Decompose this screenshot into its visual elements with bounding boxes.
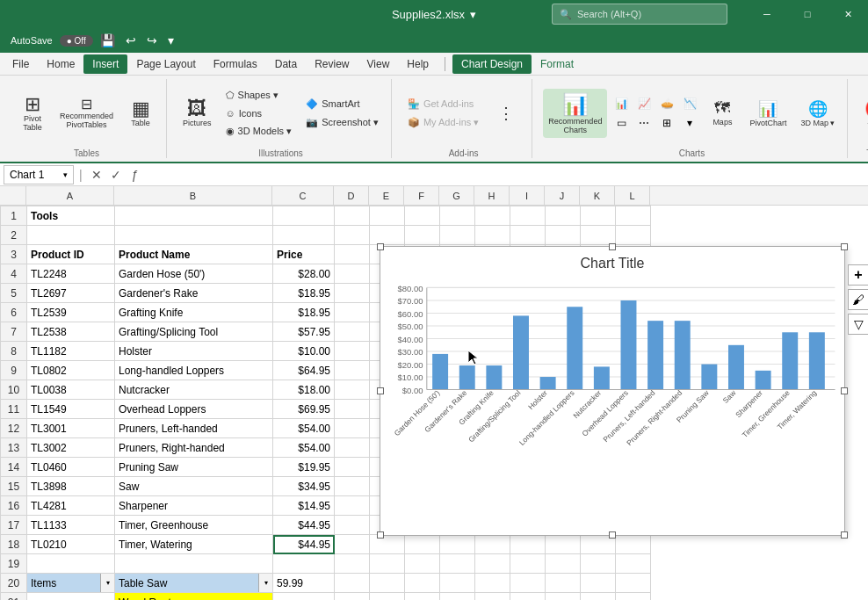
cell-r20-c11[interactable]: [581, 574, 616, 593]
row-header-21[interactable]: 21: [1, 593, 27, 601]
bar-chart-button[interactable]: 📉: [679, 95, 700, 112]
cell-r2-c2[interactable]: [115, 226, 273, 245]
col-header-a[interactable]: A: [26, 186, 114, 206]
col-header-c[interactable]: C: [272, 186, 334, 206]
cell-r2-c10[interactable]: [546, 226, 581, 245]
row-header-11[interactable]: 11: [1, 400, 27, 419]
cell-r21-c1[interactable]: [27, 593, 115, 601]
cell-r18-c10[interactable]: [546, 535, 581, 554]
cell-r15-c1[interactable]: TL3898: [27, 477, 115, 496]
cell-r5-c3[interactable]: $18.95: [273, 284, 335, 303]
more-qa-button[interactable]: ▾: [164, 32, 177, 49]
cell-r8-c1[interactable]: TL1182: [27, 342, 115, 361]
dropdown-arrow[interactable]: ▾: [100, 574, 114, 592]
cell-r1-c7[interactable]: [440, 206, 475, 226]
cell-r19-c11[interactable]: [581, 554, 616, 574]
formula-input[interactable]: [148, 165, 864, 184]
chart-container[interactable]: Chart Title + 🖌 ▽ $0.00$10.00$20.00$30.0…: [380, 246, 845, 536]
cell-r16-c3[interactable]: $14.95: [273, 496, 335, 516]
cell-r15-c4[interactable]: [335, 477, 370, 496]
cell-r20-c3[interactable]: 59.99: [273, 574, 335, 593]
column-chart-button[interactable]: 📊: [611, 95, 632, 112]
cell-r4-c4[interactable]: [335, 264, 370, 284]
confirm-formula-button[interactable]: ✓: [107, 166, 125, 184]
cell-r19-c9[interactable]: [510, 554, 546, 574]
cell-r12-c3[interactable]: $54.00: [273, 419, 335, 438]
cell-r7-c3[interactable]: $57.95: [273, 322, 335, 342]
cell-r3-c1[interactable]: Product ID: [27, 245, 115, 264]
cell-r11-c2[interactable]: Overhead Loppers: [115, 400, 273, 419]
col-header-g[interactable]: G: [439, 186, 474, 206]
cell-r10-c4[interactable]: [335, 380, 370, 400]
cell-r1-c5[interactable]: [370, 206, 405, 226]
row-header-6[interactable]: 6: [1, 303, 27, 322]
col-header-i[interactable]: I: [510, 186, 545, 206]
handle-bl[interactable]: [377, 531, 384, 539]
cell-r18-c6[interactable]: [405, 535, 440, 554]
3d-map-button[interactable]: 🌐 3D Map ▾: [795, 96, 840, 131]
my-addins-button[interactable]: 📦 My Add-ins ▾: [402, 114, 484, 131]
cell-r8-c3[interactable]: $10.00: [273, 342, 335, 361]
cell-r6-c3[interactable]: $18.95: [273, 303, 335, 322]
cell-r2-c7[interactable]: [440, 226, 475, 245]
cell-r20-c6[interactable]: [405, 574, 440, 593]
cell-r20-c9[interactable]: [510, 574, 546, 593]
cell-r1-c1[interactable]: Tools: [27, 206, 115, 226]
cell-r18-c4[interactable]: [335, 535, 370, 554]
row-header-2[interactable]: 2: [1, 226, 27, 245]
cell-r19-c6[interactable]: [405, 554, 440, 574]
handle-br[interactable]: [841, 531, 848, 539]
cell-r13-c4[interactable]: [335, 438, 370, 458]
col-header-e[interactable]: E: [369, 186, 404, 206]
waterfall-chart-button[interactable]: ⊞: [656, 114, 677, 132]
screenshot-button[interactable]: 📷 Screenshot ▾: [300, 114, 384, 131]
cell-r18-c2[interactable]: Timer, Watering: [115, 535, 273, 554]
col-header-k[interactable]: K: [580, 186, 615, 206]
cell-r18-c8[interactable]: [475, 535, 510, 554]
row-header-7[interactable]: 7: [1, 322, 27, 342]
cell-r15-c3[interactable]: $34.95: [273, 477, 335, 496]
cell-r13-c2[interactable]: Pruners, Right-handed: [115, 438, 273, 458]
name-box[interactable]: Chart 1 ▾: [4, 165, 74, 184]
row-header-20[interactable]: 20: [1, 574, 27, 593]
row-header-4[interactable]: 4: [1, 264, 27, 284]
cell-r9-c2[interactable]: Long-handled Loppers: [115, 361, 273, 380]
tab-format[interactable]: Format: [532, 54, 582, 74]
cell-r21-c11[interactable]: [581, 593, 616, 601]
row-header-14[interactable]: 14: [1, 458, 27, 477]
menu-insert[interactable]: Insert: [83, 54, 127, 74]
more-addins-button[interactable]: ⋮: [488, 104, 524, 123]
row-header-8[interactable]: 8: [1, 342, 27, 361]
cell-r16-c2[interactable]: Sharpener: [115, 496, 273, 516]
scatter-chart-button[interactable]: ⋯: [633, 114, 655, 132]
cell-r20-c7[interactable]: [440, 574, 475, 593]
minimize-button[interactable]: ─: [747, 0, 787, 28]
cell-r3-c4[interactable]: [335, 245, 370, 264]
cell-r6-c1[interactable]: TL2539: [27, 303, 115, 322]
cell-r21-c4[interactable]: [335, 593, 370, 601]
cell-r8-c2[interactable]: Holster: [115, 342, 273, 361]
menu-data[interactable]: Data: [266, 54, 306, 74]
cell-r7-c1[interactable]: TL2538: [27, 322, 115, 342]
cell-r17-c3[interactable]: $44.95: [273, 516, 335, 535]
menu-review[interactable]: Review: [306, 54, 358, 74]
icons-button[interactable]: ☺ Icons: [221, 105, 298, 121]
menu-help[interactable]: Help: [398, 54, 438, 74]
cell-r20-c4[interactable]: [335, 574, 370, 593]
maps-button[interactable]: 🗺 Maps: [704, 96, 741, 130]
row-header-15[interactable]: 15: [1, 477, 27, 496]
cell-r21-c9[interactable]: [510, 593, 546, 601]
cell-r19-c7[interactable]: [440, 554, 475, 574]
cell-r17-c1[interactable]: TL1133: [27, 516, 115, 535]
cell-r14-c2[interactable]: Pruning Saw: [115, 458, 273, 477]
save-button[interactable]: 💾: [97, 32, 119, 49]
cell-r19-c12[interactable]: [616, 554, 651, 574]
shapes-button[interactable]: ⬠ Shapes ▾: [221, 87, 298, 104]
row-header-19[interactable]: 19: [1, 554, 27, 574]
menu-file[interactable]: File: [4, 54, 38, 74]
cell-r21-c3[interactable]: [273, 593, 335, 601]
cell-r18-c9[interactable]: [510, 535, 546, 554]
cell-r3-c3[interactable]: Price: [273, 245, 335, 264]
menu-page-layout[interactable]: Page Layout: [127, 54, 204, 74]
cell-r5-c1[interactable]: TL2697: [27, 284, 115, 303]
